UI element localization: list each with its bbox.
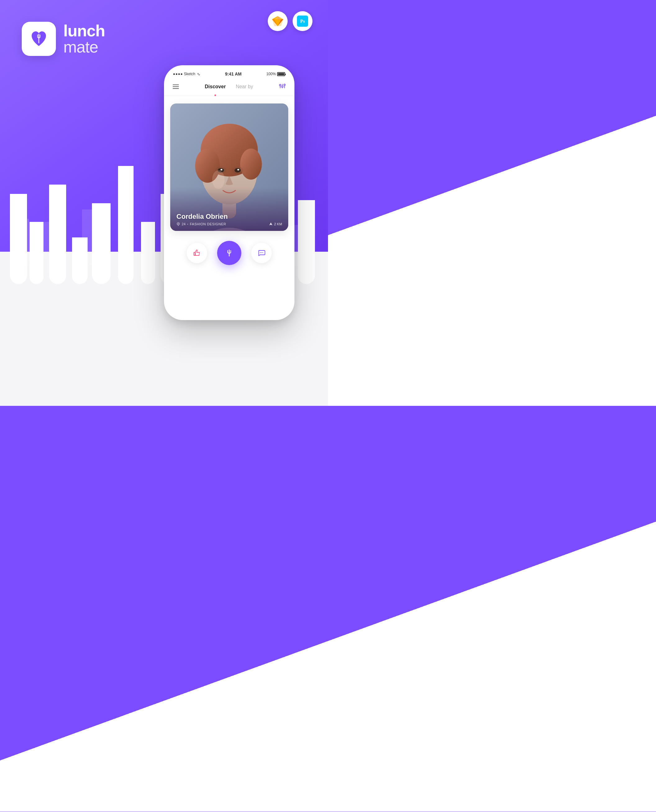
svg-point-44 [263,252,263,253]
signal-dots [173,73,182,75]
wifi-icon: ∿ [197,72,200,76]
app-icon [22,22,56,56]
profile-card-container: Cordelia Obrien 24 • FASHION DESI [170,104,288,231]
phone: Sketch ∿ 9:41 AM 100% Discover [164,65,294,320]
svg-rect-37 [194,252,195,256]
svg-point-29 [235,168,241,172]
svg-marker-36 [269,223,272,225]
carrier-label: Sketch [184,72,195,76]
drip-purple-1 [17,219,29,268]
svg-point-43 [261,252,262,253]
status-left: Sketch ∿ [173,72,200,76]
navigation-icon [269,222,273,226]
app-name-light: mate [63,39,105,55]
nav-tabs: Discover Near by [200,82,257,91]
drip-3 [49,184,66,284]
status-right: 100% [266,72,285,76]
profession-separator: • [187,222,188,226]
thumbs-up-icon [193,249,201,257]
nav-bar: Discover Near by [164,79,294,96]
profile-distance: 2 KM [274,222,282,226]
drip-purple-2 [39,222,50,259]
profile-meta: 24 • FASHION DESIGNER 2 KM [176,222,282,226]
svg-point-34 [178,223,179,225]
hamburger-menu[interactable] [173,85,179,89]
action-buttons [164,231,294,273]
tab-discover[interactable]: Discover [200,82,230,91]
fork-main-button[interactable] [217,241,241,265]
svg-point-31 [237,169,239,170]
chat-button[interactable] [251,243,272,263]
app-logo: lunch mate [22,22,105,56]
svg-point-25 [240,149,262,180]
profile-photo: Cordelia Obrien 24 • FASHION DESI [170,104,288,231]
tab-nearby[interactable]: Near by [231,82,257,91]
profile-info-overlay: Cordelia Obrien 24 • FASHION DESI [170,208,288,231]
profile-meta-right: 2 KM [269,222,282,226]
battery-percent-label: 100% [266,72,276,76]
fork-icon [224,248,234,258]
like-button[interactable] [187,243,207,263]
status-bar: Sketch ∿ 9:41 AM 100% [164,65,294,79]
app-name-bold: lunch [63,23,105,39]
svg-point-16 [282,86,283,88]
app-name: lunch mate [63,23,105,55]
battery-icon [277,72,285,76]
location-icon [176,222,180,226]
photoshop-icon[interactable]: Ps [292,11,313,31]
drip-6 [118,166,133,284]
svg-point-14 [280,85,281,86]
profile-name: Cordelia Obrien [176,212,282,221]
profile-meta-left: 24 • FASHION DESIGNER [176,222,226,226]
chat-icon [257,249,266,257]
profile-card[interactable]: Cordelia Obrien 24 • FASHION DESI [170,104,288,231]
tool-icons-container: Ps [268,11,313,31]
phone-wrapper: Sketch ∿ 9:41 AM 100% Discover [164,65,294,320]
svg-point-18 [284,84,285,86]
profile-age: 24 [182,222,186,226]
profile-profession: FASHION DESIGNER [190,222,226,226]
svg-point-42 [260,252,261,253]
svg-point-32 [212,170,224,189]
sketch-icon[interactable] [268,11,288,31]
svg-point-30 [221,169,223,170]
drip-7 [141,222,155,284]
status-time: 9:41 AM [225,71,241,76]
filter-icon[interactable] [279,83,286,90]
drip-purple-3 [82,209,95,265]
